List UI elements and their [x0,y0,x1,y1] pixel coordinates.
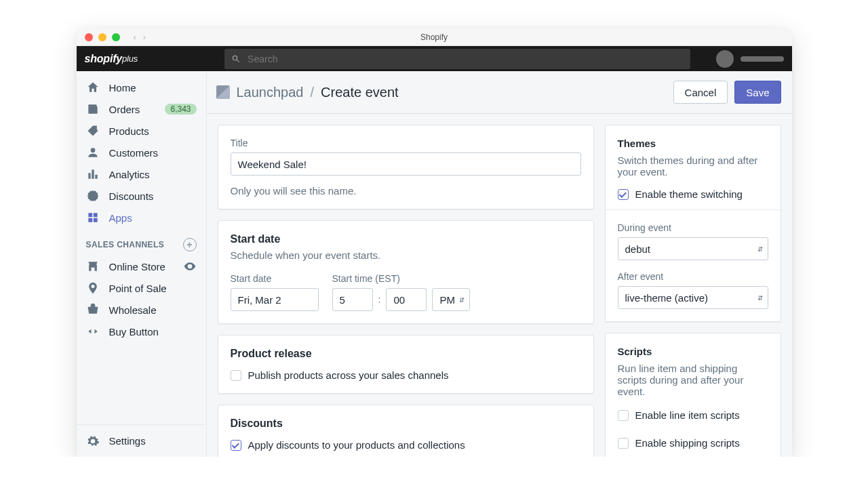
sidebar-item-settings[interactable]: Settings [77,424,206,457]
home-icon [86,81,100,94]
search-icon [231,54,241,64]
launchpad-app-icon [216,85,230,99]
cancel-button-label: Cancel [685,87,717,98]
gear-icon [86,434,100,448]
apply-discounts-checkbox[interactable] [231,440,241,451]
search-input[interactable] [224,49,690,69]
sidebar-item-label: Online Store [109,261,165,272]
code-icon [86,325,100,338]
avatar [716,50,734,68]
sidebar-item-discounts[interactable]: Discounts [77,185,206,207]
start-hour-input[interactable] [332,288,373,311]
titlebar: ‹ › Shopify [77,28,792,46]
during-event-label: During event [618,222,768,233]
start-date-subtitle: Schedule when your event starts. [231,249,581,261]
apply-discounts-label: Apply discounts to your products and col… [248,439,465,451]
sidebar-item-label: Wholesale [109,304,157,316]
minimize-window-button[interactable] [98,33,106,41]
sidebar-item-products[interactable]: Products [77,120,206,142]
start-time-label: Start time (EST) [332,273,471,284]
enable-shipping-scripts-label: Enable shipping scripts [635,437,740,449]
sidebar-item-label: Products [109,125,149,137]
analytics-icon [86,167,100,181]
title-input[interactable] [231,152,581,176]
title-label: Title [231,138,581,148]
traffic-lights [85,33,120,41]
brand-name: shopify [85,53,123,64]
save-button-label: Save [746,87,769,98]
sidebar-item-label: Orders [109,104,140,115]
start-minute-input[interactable] [386,288,427,311]
back-arrow-icon[interactable]: ‹ [134,32,136,42]
themes-card: Themes Switch themes during and after yo… [605,125,781,322]
sidebar-item-label: Analytics [109,169,150,180]
add-channel-button[interactable]: + [183,238,197,251]
page-header: Launchpad / Create event Cancel Save [207,71,792,114]
start-date-input[interactable] [231,288,319,311]
ampm-select[interactable] [432,288,470,311]
enable-theme-switching-label: Enable theme switching [635,188,743,200]
channel-buy-button[interactable]: Buy Button [77,321,206,342]
window-title: Shopify [77,33,792,42]
discount-icon [86,189,100,203]
enable-theme-switching-checkbox[interactable] [618,189,629,200]
sidebar-item-label: Customers [109,147,159,159]
sidebar-item-orders[interactable]: Orders 6,343 [77,98,206,120]
product-release-card: Product release Publish products across … [218,335,594,394]
scripts-card: Scripts Run line item and shipping scrip… [605,333,781,457]
enable-shipping-scripts-checkbox[interactable] [618,438,629,449]
tag-icon [86,124,100,138]
publish-products-label: Publish products across your sales chann… [248,369,449,381]
discounts-card: Discounts Apply discounts to your produc… [218,405,594,457]
sidebar-item-customers[interactable]: Customers [77,142,206,163]
scripts-title: Scripts [618,346,768,357]
after-event-select[interactable] [618,286,768,309]
app-window: ‹ › Shopify shopifyplus Home [77,28,792,457]
sales-channels-header: SALES CHANNELS + [77,228,206,256]
search-wrap [224,49,690,69]
close-window-button[interactable] [85,33,93,41]
title-card: Title Only you will see this name. [218,125,594,209]
start-date-card: Start date Schedule when your event star… [218,220,594,324]
enable-line-item-scripts-label: Enable line item scripts [635,409,740,421]
product-release-title: Product release [231,348,581,360]
breadcrumb: Launchpad / Create event [237,85,399,100]
during-event-select[interactable] [618,237,768,260]
brand-suffix: plus [122,54,138,64]
sidebar-item-analytics[interactable]: Analytics [77,163,206,185]
time-separator: : [378,294,381,305]
sidebar-item-label: Buy Button [109,326,159,338]
title-hint: Only you will see this name. [231,185,581,197]
breadcrumb-link-launchpad[interactable]: Launchpad [237,85,304,100]
user-name-placeholder [741,56,784,62]
orders-badge: 6,343 [165,104,196,115]
fullscreen-window-button[interactable] [112,33,120,41]
enable-line-item-scripts-checkbox[interactable] [618,410,629,421]
brand-logo[interactable]: shopifyplus [85,53,145,65]
save-button[interactable]: Save [734,81,781,104]
sidebar-item-label: Settings [109,435,146,447]
apps-icon [86,211,100,224]
forward-arrow-icon[interactable]: › [143,32,146,42]
sales-channels-title: SALES CHANNELS [86,240,165,249]
channel-wholesale[interactable]: Wholesale [77,299,206,321]
cancel-button[interactable]: Cancel [673,81,728,104]
user-menu[interactable] [703,50,784,68]
nav-arrows: ‹ › [134,32,146,42]
scripts-subtitle: Run line item and shipping scripts durin… [618,363,768,397]
discounts-title: Discounts [231,418,581,430]
channel-online-store[interactable]: Online Store [77,256,206,277]
pos-icon [86,281,100,295]
after-event-label: After event [618,271,768,282]
topbar: shopifyplus [77,46,792,71]
sidebar-item-apps[interactable]: Apps [77,207,206,228]
start-date-label: Start date [231,273,319,284]
sidebar-item-home[interactable]: Home [77,77,206,98]
page-title: Create event [321,85,399,100]
channel-point-of-sale[interactable]: Point of Sale [77,277,206,299]
sidebar-item-label: Apps [109,212,132,224]
person-icon [86,146,100,159]
publish-products-checkbox[interactable] [231,370,241,381]
eye-icon[interactable] [183,260,197,273]
themes-title: Themes [618,138,768,149]
